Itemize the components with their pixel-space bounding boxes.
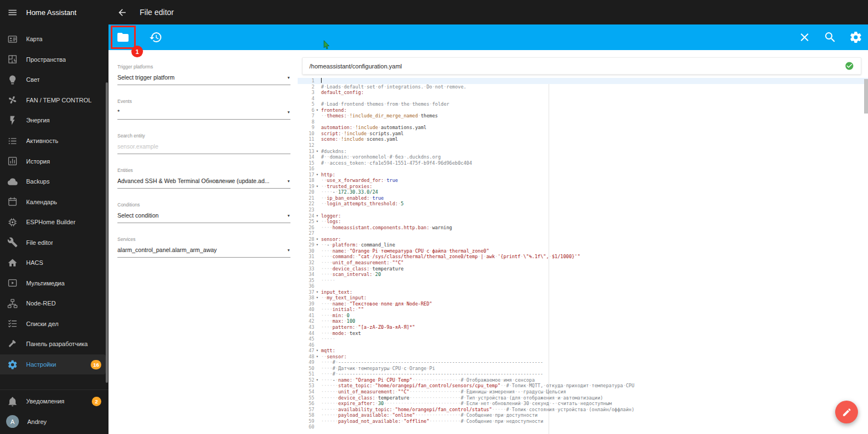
sidebar-item-file-editor[interactable]: File editor [0,232,106,253]
sidebar-item-hacs[interactable]: HACS [0,253,106,273]
code-line-38[interactable]: 38▾··my_text_input: [298,295,868,301]
code-line-14[interactable]: 14#··domain:·voronhomelol·#·без·.duckdns… [298,154,868,160]
code-line-8[interactable]: 8 [298,119,868,125]
code-editor[interactable]: 12#·Loads·default·set·of·integrations.·D… [298,78,868,434]
fold-marker-icon[interactable]: ▾ [316,236,321,243]
sidebar-item-calendar[interactable]: Календарь [0,191,106,212]
code-line-44[interactable]: 44····mode:·text [298,331,868,337]
code-line-41[interactable]: 41····min:·0 [298,313,868,319]
fold-marker-icon[interactable]: ▾ [316,242,321,248]
services-select[interactable]: alarm_control_panel.alarm_arm_away▼ [117,246,290,258]
entities-select[interactable]: Advanced SSH & Web Terminal Обновление (… [117,177,290,189]
sidebar-item-esphome-builder[interactable]: ESPHome Builder [0,212,106,233]
code-line-7[interactable]: 7··themes:·!include_dir_merge_named·them… [298,113,868,119]
conditions-select[interactable]: Select condition▼ [117,212,290,223]
code-line-35[interactable]: 35····· [298,278,868,284]
edit-fab[interactable] [835,401,858,423]
code-line-25[interactable]: 25▾··logs: [298,219,868,225]
events-select[interactable]: *▼ [117,108,290,120]
code-line-59[interactable]: 59······payload_not_available:·"offline"… [298,418,868,425]
code-line-40[interactable]: 40····initial:·"" [298,307,868,313]
code-line-42[interactable]: 42····max:·100 [298,318,868,324]
menu-icon[interactable] [7,7,18,18]
sidebar-item-map[interactable]: Карта [0,29,106,50]
code-line-45[interactable]: 45····· [298,336,868,342]
code-line-48[interactable]: 48▾··sensor: [298,354,868,360]
sidebar-item-settings[interactable]: Настройки16 [0,354,106,375]
trigger-platform-select[interactable]: Select trigger platform▼ [117,74,290,85]
code-line-19[interactable]: 19▾··trusted_proxies: [298,184,868,190]
fold-marker-icon[interactable]: ▾ [316,149,321,155]
code-line-34[interactable]: 34····scan_interval:·20 [298,272,868,278]
code-line-9[interactable]: 9automation:·!include·automations.yaml [298,125,868,131]
code-line-21[interactable]: 21··ip_ban_enabled:·true [298,195,868,201]
code-line-22[interactable]: 22··login_attempts_threshold:·5 [298,201,868,207]
code-line-31[interactable]: 31····command:·"cat·/sys/class/thermal/t… [298,254,868,260]
sidebar-item-profile[interactable]: AAndrey [0,411,106,432]
code-line-49[interactable]: 49····#·--------------------------------… [298,359,868,366]
sidebar-item-history[interactable]: История [0,151,106,171]
recently-opened-button[interactable] [149,31,162,44]
sidebar-item-fan-temp-control[interactable]: FAN / TEMP CONTROL [0,90,106,111]
fold-marker-icon[interactable]: ▾ [316,172,321,178]
sidebar-item-node-red[interactable]: Node-RED [0,293,106,314]
code-line-58[interactable]: 58······payload_available:·"online"·····… [298,412,868,418]
code-line-47[interactable]: 47▾mqtt: [298,348,868,354]
code-line-13[interactable]: 13▾#duckdns: [298,149,868,155]
fold-marker-icon[interactable]: ▾ [316,348,321,354]
fold-marker-icon[interactable]: ▾ [316,354,321,360]
code-line-6[interactable]: 6▾frontend: [298,107,868,114]
code-line-55[interactable]: 55······device_class:·temperature·······… [298,395,868,401]
sidebar-item-developer-tools[interactable]: Панель разработчика [0,334,106,354]
sidebar-scrollbar[interactable] [106,82,108,383]
back-arrow-icon[interactable] [117,7,127,18]
search-entity-input[interactable] [117,143,290,154]
editor-settings-button[interactable] [849,31,862,44]
code-line-33[interactable]: 33····device_class:·temperature [298,266,868,272]
code-line-16[interactable]: 16 [298,166,868,172]
code-line-39[interactable]: 39····name:·"Текстовое·поле·для·Node-RED… [298,301,868,307]
code-line-50[interactable]: 50····#·Датчик·температуры·CPU·с·Orange·… [298,366,868,372]
code-line-37[interactable]: 37▾input_text: [298,289,868,295]
code-line-4[interactable]: 4 [298,96,868,102]
sidebar-item-activity[interactable]: Активность [0,131,106,151]
code-line-17[interactable]: 17▾http: [298,172,868,178]
code-line-15[interactable]: 15#··access_token:·cfa1e594-1551-475f-b9… [298,160,868,166]
code-line-54[interactable]: 54······unit_of_measurement:·"°C"·······… [298,389,868,395]
sidebar-item-light[interactable]: Свет [0,70,106,90]
code-line-53[interactable]: 53······state_topic:·"home/orangepi/fan_… [298,383,868,389]
code-line-20[interactable]: 20····-·172.30.33.0/24 [298,189,868,195]
sidebar-item-spaces[interactable]: Пространства [0,50,106,70]
code-line-24[interactable]: 24▾logger: [298,213,868,219]
code-line-32[interactable]: 32····unit_of_measurement:·"°C" [298,260,868,266]
code-line-60[interactable]: 60 [298,424,868,430]
code-line-12[interactable]: 12 [298,142,868,149]
search-button[interactable] [823,31,837,44]
close-file-button[interactable] [798,31,811,44]
code-line-52[interactable]: 52▾····-·name:·"Orange·Pi·CPU·Temp"·····… [298,377,868,383]
code-line-2[interactable]: 2#·Loads·default·set·of·integrations.·Do… [298,84,868,90]
fold-marker-icon[interactable]: ▾ [316,107,321,114]
code-line-43[interactable]: 43····pattern:·"[a-zA-Z0-9a-яА-Я]*" [298,324,868,331]
sidebar-item-energy[interactable]: Энергия [0,110,106,131]
code-line-26[interactable]: 26····homeassistant.components.http.ban:… [298,225,868,231]
code-line-23[interactable]: 23 [298,207,868,213]
code-line-36[interactable]: 36 [298,283,868,289]
sidebar-item-media[interactable]: Мультимедиа [0,273,106,294]
fold-marker-icon[interactable]: ▾ [316,184,321,190]
code-line-5[interactable]: 5#·Load·frontend·themes·from·the·themes·… [298,101,868,107]
sidebar-item-notifications[interactable]: Уведомления2 [0,391,106,412]
code-line-29[interactable]: 29▾··-·platform:·command_line [298,242,868,248]
code-line-10[interactable]: 10script:·!include·scripts.yaml [298,131,868,137]
sidebar-item-backups[interactable]: Backups [0,171,106,192]
editor-scrollbar[interactable] [864,79,868,114]
code-line-57[interactable]: 57······availability_topic:·"home/orange… [298,407,868,413]
code-line-18[interactable]: 18··use_x_forwarded_for:·true [298,177,868,184]
fold-marker-icon[interactable]: ▾ [316,295,321,301]
fold-marker-icon[interactable]: ▾ [316,289,321,295]
code-line-28[interactable]: 28▾sensor: [298,236,868,243]
fold-marker-icon[interactable]: ▾ [316,213,321,219]
code-line-3[interactable]: 3default_config: [298,90,868,96]
sidebar-item-todo-lists[interactable]: Списки дел [0,314,106,334]
fold-marker-icon[interactable]: ▾ [316,377,321,383]
